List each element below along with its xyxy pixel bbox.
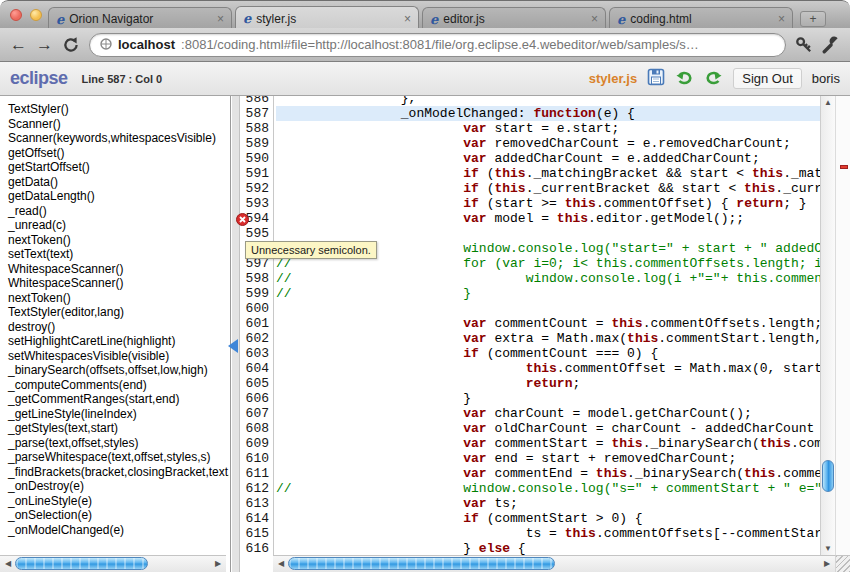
back-arrow-icon[interactable]: ← (10, 35, 27, 55)
scrollbar-thumb[interactable] (288, 557, 555, 570)
code-line[interactable]: var oldCharCount = charCount - addedChar… (276, 421, 820, 436)
undo-icon[interactable] (675, 68, 694, 90)
browser-tab[interactable]: estyler.js× (235, 6, 419, 30)
code-line[interactable]: ts = this.commentOffsets[--commentStart]… (276, 526, 820, 541)
wrench-icon[interactable] (822, 36, 840, 54)
editor-horizontal-scrollbar[interactable]: ◀ ▶ (273, 555, 835, 572)
code-line[interactable]: var addedCharCount = e.addedCharCount; (276, 151, 820, 166)
outline-item[interactable]: setText(text) (8, 247, 229, 262)
outline-item[interactable]: _onDestroy(e) (8, 479, 229, 494)
code-line[interactable]: } (276, 391, 820, 406)
new-tab-button[interactable]: + (800, 11, 826, 27)
line-numbers: 5865875885895905915925935945955965975985… (240, 96, 269, 555)
code-line[interactable]: }, (276, 96, 820, 106)
code-line[interactable]: var ts; (276, 496, 820, 511)
code-line[interactable]: // window.console.log(i +"="+ this.comme… (276, 271, 820, 286)
error-icon[interactable] (236, 212, 249, 225)
close-window-button[interactable] (10, 9, 22, 21)
outline-item[interactable]: _computeComments(end) (8, 378, 229, 393)
outline-item[interactable]: _getLineStyle(lineIndex) (8, 407, 229, 422)
outline-item[interactable]: getData() (8, 175, 229, 190)
code-line[interactable]: _onModelChanged: function(e) { (276, 106, 820, 121)
line-number: 589 (240, 136, 269, 151)
save-icon[interactable] (647, 68, 665, 90)
tab-close-icon[interactable]: × (591, 13, 598, 25)
outline-item[interactable]: nextToken() (8, 291, 229, 306)
code-line[interactable]: this.commentOffset = Math.max(0, start -… (276, 361, 820, 376)
code-line[interactable]: var removedCharCount = e.removedCharCoun… (276, 136, 820, 151)
outline-item[interactable]: _getCommentRanges(start,end) (8, 392, 229, 407)
panel-splitter[interactable] (232, 96, 240, 572)
browser-tab[interactable]: ecoding.html× (609, 7, 793, 30)
key-icon[interactable] (795, 36, 813, 54)
outline-item[interactable]: WhitespaceScanner() (8, 276, 229, 291)
scroll-right-icon[interactable]: ▶ (821, 556, 833, 572)
tab-close-icon[interactable]: × (217, 13, 224, 25)
browser-tab[interactable]: eeditor.js× (422, 7, 606, 30)
code-line[interactable]: if (start >= this.commentOffset) { retur… (276, 196, 820, 211)
editor-vertical-scrollbar[interactable]: ▲ ▼ (820, 96, 835, 555)
collapse-left-arrow-icon[interactable] (228, 339, 238, 353)
outline-item[interactable]: _parseWhitespace(text,offset,styles,s) (8, 450, 229, 465)
outline-horizontal-scrollbar[interactable]: ◀ ▶ (0, 555, 226, 572)
tab-close-icon[interactable]: × (404, 13, 411, 25)
redo-icon[interactable] (704, 68, 723, 90)
code-line[interactable]: var commentCount = this.commentOffsets.l… (276, 316, 820, 331)
outline-item[interactable]: setHighlightCaretLine(highlight) (8, 334, 229, 349)
outline-item[interactable]: getOffset() (8, 146, 229, 161)
scroll-left-icon[interactable]: ◀ (2, 556, 14, 572)
code-view[interactable]: }, _onModelChanged: function(e) { var st… (276, 96, 820, 555)
code-line[interactable]: var start = e.start; (276, 121, 820, 136)
outline-item[interactable]: _onSelection(e) (8, 508, 229, 523)
code-line[interactable]: if (commentStart > 0) { (276, 511, 820, 526)
sign-out-button[interactable]: Sign Out (733, 68, 802, 89)
code-line[interactable]: var model = this.editor.getModel();; (276, 211, 820, 226)
outline-item[interactable]: _findBrackets(bracket,closingBracket,tex… (8, 465, 229, 480)
outline-item[interactable]: _parse(text,offset,styles) (8, 436, 229, 451)
outline-item[interactable]: getDataLength() (8, 189, 229, 204)
code-line[interactable]: var extra = Math.max(this.commentStart.l… (276, 331, 820, 346)
outline-item[interactable]: destroy() (8, 320, 229, 335)
scroll-right-icon[interactable]: ▶ (212, 556, 224, 572)
outline-item[interactable]: TextStyler(editor,lang) (8, 305, 229, 320)
code-line[interactable]: if (this._matchingBracket && start < thi… (276, 166, 820, 181)
forward-arrow-icon[interactable]: → (36, 35, 53, 55)
code-line[interactable]: var commentEnd = this._binarySearch(this… (276, 466, 820, 481)
resize-grip[interactable] (835, 555, 850, 572)
code-line[interactable]: var charCount = model.getCharCount(); (276, 406, 820, 421)
code-line[interactable] (276, 226, 820, 241)
browser-tab[interactable]: eOrion Navigator× (48, 7, 232, 30)
outline-item[interactable]: getStartOffset() (8, 160, 229, 175)
outline-item[interactable]: _binarySearch(offsets,offset,low,high) (8, 363, 229, 378)
outline-item[interactable]: _unread(c) (8, 218, 229, 233)
tab-close-icon[interactable]: × (778, 13, 785, 25)
outline-item[interactable]: _onLineStyle(e) (8, 494, 229, 509)
outline-item[interactable]: TextStyler() (8, 102, 229, 117)
code-line[interactable]: return; (276, 376, 820, 391)
outline-item[interactable]: Scanner() (8, 117, 229, 132)
code-line[interactable]: } else { (276, 541, 820, 555)
error-overview-mark[interactable] (840, 165, 848, 169)
address-bar[interactable]: localhost:8081/coding.html#file=http://l… (89, 33, 786, 57)
code-line[interactable]: if (this._currentBracket && start < this… (276, 181, 820, 196)
scroll-up-icon[interactable]: ▲ (821, 98, 835, 107)
outline-item[interactable]: _read() (8, 204, 229, 219)
outline-item[interactable]: _getStyles(text,start) (8, 421, 229, 436)
outline-item[interactable]: WhitespaceScanner() (8, 262, 229, 277)
scrollbar-thumb[interactable] (15, 557, 148, 570)
minimize-window-button[interactable] (30, 9, 42, 21)
scroll-down-icon[interactable]: ▼ (821, 544, 835, 553)
code-line[interactable] (276, 301, 820, 316)
outline-item[interactable]: Scanner(keywords,whitespacesVisible) (8, 131, 229, 146)
code-line[interactable]: // } (276, 286, 820, 301)
code-line[interactable]: var end = start + removedCharCount; (276, 451, 820, 466)
outline-item[interactable]: _onModelChanged(e) (8, 523, 229, 538)
reload-icon[interactable] (62, 36, 80, 54)
scrollbar-thumb[interactable] (822, 460, 834, 492)
code-line[interactable]: if (commentCount === 0) { (276, 346, 820, 361)
code-line[interactable]: // window.console.log("s=" + commentStar… (276, 481, 820, 496)
outline-item[interactable]: nextToken() (8, 233, 229, 248)
scroll-left-icon[interactable]: ◀ (275, 556, 287, 572)
outline-item[interactable]: setWhitespacesVisible(visible) (8, 349, 229, 364)
code-line[interactable]: var commentStart = this._binarySearch(th… (276, 436, 820, 451)
